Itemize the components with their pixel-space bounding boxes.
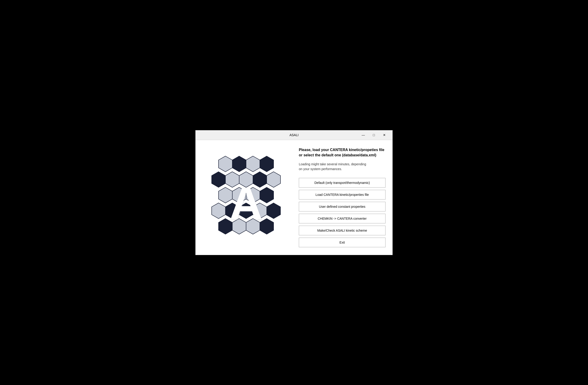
asali-logo: A A A xyxy=(205,152,287,243)
button-list: Default (only transport/thermodynamic) L… xyxy=(299,178,385,247)
window-controls: — □ ✕ xyxy=(358,131,390,139)
make-check-button[interactable]: Make/Check ASALI kinetic scheme xyxy=(299,226,385,235)
svg-marker-8 xyxy=(267,172,280,187)
svg-marker-13 xyxy=(212,203,225,219)
heading-text: Please, load your CANTERA kinetic/propet… xyxy=(299,147,385,158)
maximize-button[interactable]: □ xyxy=(369,131,379,139)
svg-marker-3 xyxy=(260,156,273,172)
logo-area: A A A xyxy=(203,147,290,248)
svg-marker-2 xyxy=(246,156,260,172)
close-button[interactable]: ✕ xyxy=(379,131,390,139)
svg-marker-4 xyxy=(212,172,225,187)
svg-text:A: A xyxy=(230,178,263,229)
chemkin-button[interactable]: CHEMKIN -> CANTERA converter xyxy=(299,214,385,223)
title-bar: ASALI — □ ✕ xyxy=(196,130,392,140)
svg-marker-17 xyxy=(267,203,280,219)
window-content: A A A Please, load your CANTERA kinetic/… xyxy=(196,140,392,255)
minimize-button[interactable]: — xyxy=(358,131,369,139)
load-cantera-button[interactable]: Load CANTERA kinetic/properties file xyxy=(299,190,385,200)
user-defined-button[interactable]: User defined constant properties xyxy=(299,202,385,211)
subtext: Loading might take several minutes, depe… xyxy=(299,162,385,172)
window-title: ASALI xyxy=(289,133,299,137)
svg-marker-0 xyxy=(219,156,232,172)
exit-button[interactable]: Exit xyxy=(299,238,385,247)
svg-marker-1 xyxy=(232,156,246,172)
main-window: ASALI — □ ✕ xyxy=(195,130,393,255)
right-panel: Please, load your CANTERA kinetic/propet… xyxy=(296,147,385,248)
default-button[interactable]: Default (only transport/thermodynamic) xyxy=(299,178,385,188)
